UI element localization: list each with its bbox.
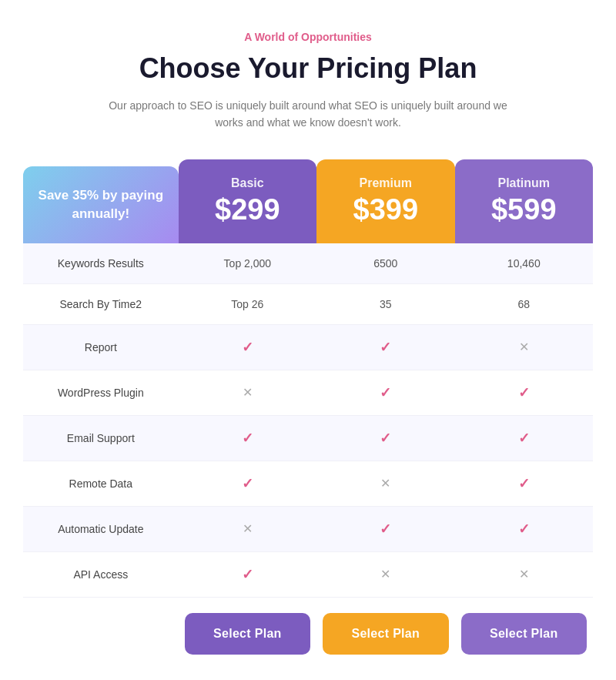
select-plan-basic-button[interactable]: Select Plan (185, 613, 310, 655)
plan-name-platinum: Platinum (467, 176, 581, 190)
feature-platinum-value: ✓ (455, 461, 593, 506)
select-plan-premium-button[interactable]: Select Plan (323, 613, 448, 655)
button-cell-platinum: Select Plan (455, 597, 593, 662)
feature-label: Search By Time2 (23, 283, 179, 324)
feature-platinum-value: ✕ (455, 324, 593, 370)
check-icon: ✓ (518, 385, 530, 400)
check-icon: ✓ (518, 476, 530, 491)
feature-premium-value: 6500 (316, 243, 454, 284)
feature-label: Automatic Update (23, 506, 179, 551)
plan-card-platinum: Platinum $599 (455, 159, 593, 243)
check-icon: ✓ (518, 521, 530, 537)
button-row: Select Plan Select Plan Select Plan (23, 597, 593, 662)
cross-icon: ✕ (243, 386, 253, 399)
header-row: Save 35% by paying annually! Basic $299 … (23, 159, 593, 243)
feature-value: Top 26 (231, 298, 263, 310)
check-icon: ✓ (242, 476, 253, 491)
main-title: Choose Your Pricing Plan (23, 52, 593, 85)
feature-value: 68 (517, 298, 530, 310)
save-banner: Save 35% by paying annually! (23, 166, 179, 243)
feature-row: Report ✓ ✓ ✕ (23, 324, 593, 370)
feature-platinum-value: 10,460 (455, 243, 593, 284)
subtitle: A World of Opportunities (23, 31, 593, 43)
check-icon: ✓ (380, 340, 391, 355)
check-icon: ✓ (380, 385, 391, 400)
feature-premium-value: ✓ (316, 370, 454, 415)
feature-row: Automatic Update ✕ ✓ ✓ (23, 506, 593, 551)
plan-name-premium: Premium (329, 176, 442, 190)
feature-row: Remote Data ✓ ✕ ✓ (23, 461, 593, 506)
feature-row: Search By Time2 Top 26 35 68 (23, 283, 593, 324)
button-cell-basic: Select Plan (179, 597, 316, 662)
feature-value: 6500 (373, 257, 397, 270)
feature-platinum-value: ✓ (455, 415, 593, 461)
feature-basic-value: Top 2,000 (179, 243, 316, 284)
feature-basic-value: ✕ (179, 370, 316, 415)
plan-price-basic: $299 (191, 193, 304, 226)
feature-basic-value: ✓ (179, 461, 316, 506)
feature-label: Email Support (23, 415, 179, 461)
check-icon: ✓ (242, 340, 253, 355)
feature-basic-value: ✕ (179, 506, 316, 551)
feature-premium-value: ✓ (316, 506, 454, 551)
feature-row: API Access ✓ ✕ ✕ (23, 551, 593, 597)
feature-premium-value: ✕ (316, 461, 454, 506)
button-empty-cell (23, 597, 179, 662)
save-text: Save 35% by paying annually! (35, 186, 166, 223)
feature-label: WordPress Plugin (23, 370, 179, 415)
feature-row: WordPress Plugin ✕ ✓ ✓ (23, 370, 593, 415)
feature-value: 35 (380, 298, 392, 310)
check-icon: ✓ (242, 430, 253, 446)
feature-basic-value: ✓ (179, 324, 316, 370)
feature-label: API Access (23, 551, 179, 597)
cross-icon: ✕ (380, 568, 390, 581)
header-empty-cell: Save 35% by paying annually! (23, 159, 179, 243)
feature-row: Keywords Results Top 2,000 6500 10,460 (23, 243, 593, 284)
page-wrapper: A World of Opportunities Choose Your Pri… (0, 0, 616, 680)
feature-label: Keywords Results (23, 243, 179, 284)
button-cell-premium: Select Plan (316, 597, 454, 662)
cross-icon: ✕ (380, 477, 390, 490)
plan-header-platinum: Platinum $599 (455, 159, 593, 243)
cross-icon: ✕ (243, 522, 253, 535)
check-icon: ✓ (518, 430, 530, 446)
plan-price-platinum: $599 (467, 193, 581, 226)
feature-premium-value: ✕ (316, 551, 454, 597)
description: Our approach to SEO is uniquely built ar… (108, 97, 508, 132)
plan-card-basic: Basic $299 (179, 159, 316, 243)
plan-price-premium: $399 (329, 193, 442, 226)
cross-icon: ✕ (519, 568, 529, 581)
plan-header-basic: Basic $299 (179, 159, 316, 243)
plan-name-basic: Basic (191, 176, 304, 190)
feature-premium-value: ✓ (316, 415, 454, 461)
check-icon: ✓ (242, 567, 253, 582)
feature-row: Email Support ✓ ✓ ✓ (23, 415, 593, 461)
check-icon: ✓ (380, 521, 391, 537)
feature-platinum-value: 68 (455, 283, 593, 324)
plan-card-premium: Premium $399 (316, 159, 454, 243)
feature-value: 10,460 (507, 257, 541, 270)
feature-premium-value: 35 (316, 283, 454, 324)
feature-label: Remote Data (23, 461, 179, 506)
feature-platinum-value: ✕ (455, 551, 593, 597)
select-plan-platinum-button[interactable]: Select Plan (461, 613, 587, 655)
feature-value: Top 2,000 (224, 257, 272, 270)
plan-header-premium: Premium $399 (316, 159, 454, 243)
feature-label: Report (23, 324, 179, 370)
check-icon: ✓ (380, 430, 391, 446)
feature-basic-value: Top 26 (179, 283, 316, 324)
cross-icon: ✕ (519, 340, 529, 353)
feature-premium-value: ✓ (316, 324, 454, 370)
feature-platinum-value: ✓ (455, 506, 593, 551)
feature-basic-value: ✓ (179, 415, 316, 461)
pricing-table: Save 35% by paying annually! Basic $299 … (23, 159, 593, 662)
feature-basic-value: ✓ (179, 551, 316, 597)
feature-platinum-value: ✓ (455, 370, 593, 415)
